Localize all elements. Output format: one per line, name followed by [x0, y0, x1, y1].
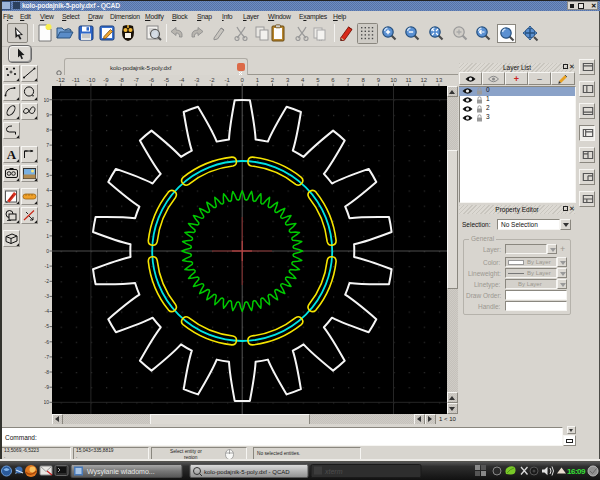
svg-text:kolo-podajnik-5-poly.dxf - QCA: kolo-podajnik-5-poly.dxf - QCAD	[204, 469, 290, 475]
svg-text:-4: -4	[45, 308, 50, 314]
svg-text:-8: -8	[119, 77, 125, 83]
svg-text:-12: -12	[56, 77, 65, 83]
svg-text:Wysyłanie wiadomo...: Wysyłanie wiadomo...	[87, 468, 155, 476]
svg-text:-4: -4	[179, 77, 185, 83]
svg-text:2: 2	[46, 218, 49, 224]
svg-text:-2: -2	[45, 278, 50, 284]
svg-text:4: 4	[46, 187, 49, 193]
svg-text:-10: -10	[87, 77, 96, 83]
svg-text:xterm: xterm	[324, 468, 343, 475]
svg-text:-8: -8	[45, 369, 50, 375]
svg-text:7: 7	[46, 142, 49, 148]
svg-text:-11: -11	[72, 77, 81, 83]
svg-text:-5: -5	[45, 323, 50, 329]
svg-text:6: 6	[46, 157, 49, 163]
svg-text:5: 5	[46, 172, 49, 178]
svg-text:-2: -2	[209, 77, 215, 83]
svg-text:-10: -10	[44, 399, 49, 405]
svg-text:8: 8	[46, 127, 49, 133]
svg-text:A: A	[7, 147, 17, 162]
svg-text:-7: -7	[45, 354, 50, 360]
svg-text:-6: -6	[45, 339, 50, 345]
svg-text:0: 0	[46, 248, 49, 254]
svg-text:-1: -1	[45, 263, 50, 269]
svg-text:16:09: 16:09	[567, 467, 586, 476]
svg-text:10: 10	[44, 97, 49, 103]
svg-text:-3: -3	[194, 77, 200, 83]
svg-text:11: 11	[405, 77, 412, 83]
svg-text:1: 1	[46, 233, 49, 239]
svg-text:-6: -6	[149, 77, 155, 83]
svg-text:-7: -7	[134, 77, 140, 83]
svg-text:12: 12	[420, 77, 427, 83]
svg-text:9: 9	[46, 112, 49, 118]
svg-text:-9: -9	[103, 77, 109, 83]
svg-text:-3: -3	[45, 293, 50, 299]
svg-text:-1: -1	[224, 77, 230, 83]
svg-text:3: 3	[46, 202, 49, 208]
svg-text:-5: -5	[164, 77, 170, 83]
svg-text:13: 13	[436, 77, 443, 83]
svg-text:10: 10	[390, 77, 397, 83]
svg-text:-9: -9	[45, 384, 50, 390]
